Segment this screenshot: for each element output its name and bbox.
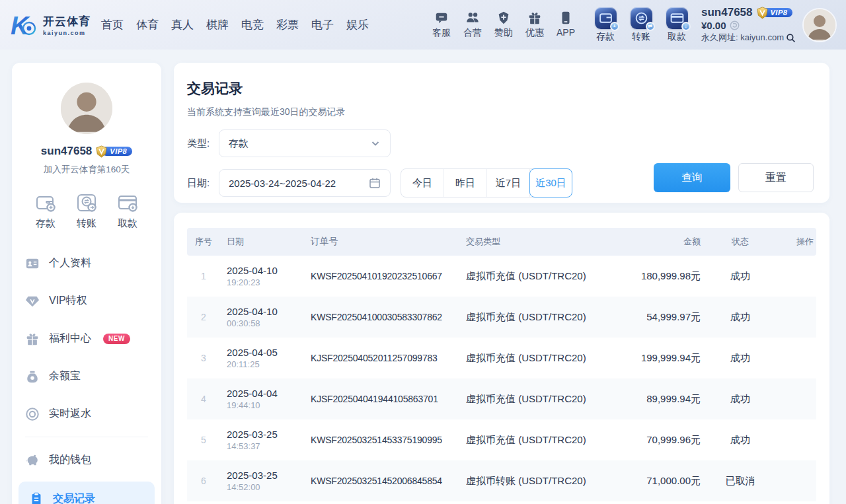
avatar[interactable]: [802, 8, 837, 42]
date-range-input[interactable]: 2025-03-24~2025-04-22: [219, 169, 391, 197]
withdraw-icon: [116, 192, 139, 214]
sidebar-transfer-button[interactable]: 转账: [75, 192, 98, 230]
cell-amount: 180,999.98元: [631, 270, 701, 283]
vip-badge[interactable]: VIP8: [756, 7, 793, 19]
nav-sports[interactable]: 体育: [136, 17, 159, 32]
brand-domain: kaiyun.com: [43, 30, 91, 36]
cell-date-time: 20:11:25: [227, 359, 309, 369]
vip-shield-icon: [756, 7, 769, 19]
sidebar-item-label: 交易记录: [53, 492, 95, 504]
profile-username: sun47658: [41, 145, 93, 158]
support-button[interactable]: 客服: [426, 11, 457, 39]
cell-date: 2025-04-04 19:44:10: [220, 388, 309, 410]
nav-esports[interactable]: 电竞: [241, 17, 264, 32]
sidebar-transfer-label: 转账: [77, 217, 96, 230]
sidebar-withdraw-label: 取款: [118, 217, 137, 230]
cell-date-day: 2025-04-10: [227, 265, 309, 276]
nav-slots[interactable]: 电子: [311, 17, 334, 32]
range-7days-button[interactable]: 近7日: [487, 169, 530, 197]
search-button[interactable]: 查询: [654, 163, 730, 192]
gift-icon: [25, 332, 40, 346]
brand-logo[interactable]: K 开云体育 kaiyun.com: [9, 11, 91, 40]
vip-shield-icon: [95, 145, 108, 158]
cell-date-day: 2025-03-25: [227, 429, 309, 440]
header-action: 操作: [780, 236, 816, 248]
new-badge: NEW: [103, 334, 130, 344]
table-header-row: 序号 日期 订单号 交易类型 金额 状态 操作: [187, 228, 816, 256]
sidebar-item-vip[interactable]: VIP特权: [25, 282, 148, 320]
chevron-down-icon: [370, 138, 381, 149]
sidebar-deposit-button[interactable]: 存款: [34, 192, 57, 230]
range-yesterday-button[interactable]: 昨日: [444, 169, 487, 197]
profile-avatar-photo: [61, 83, 112, 134]
profile-avatar[interactable]: [61, 83, 112, 134]
sidebar-item-wallet[interactable]: 我的钱包: [25, 441, 148, 479]
withdraw-icon: [670, 11, 684, 25]
cell-order-no: KWSF202504101920232510667: [309, 271, 466, 281]
cell-seq: 6: [187, 476, 220, 486]
header-order-no: 订单号: [309, 236, 466, 248]
cell-amount: 71,000.00元: [631, 475, 701, 487]
topbar-icon-group: 客服 合营 赞助: [426, 11, 581, 39]
support-label: 客服: [432, 27, 451, 39]
nav-entertainment[interactable]: 娱乐: [346, 17, 369, 32]
cell-date-time: 19:20:23: [227, 277, 309, 287]
table-row: 3 2025-04-05 20:11:25 KJSF20250405201125…: [187, 338, 816, 378]
search-icon[interactable]: [786, 33, 796, 43]
range-today-button[interactable]: 今日: [401, 169, 444, 197]
transfer-icon: [634, 11, 648, 25]
sidebar-withdraw-button[interactable]: 取款: [116, 192, 139, 230]
nav-chess[interactable]: 棋牌: [206, 17, 229, 32]
cell-seq: 5: [187, 435, 220, 445]
withdraw-badge-icon: ↓: [681, 22, 691, 31]
cell-date: 2025-03-25 14:53:37: [220, 429, 309, 451]
sidebar-item-welfare[interactable]: 福利中心 NEW: [25, 320, 148, 357]
cell-type: 虚拟币充值 (USDT/TRC20): [466, 434, 631, 447]
cell-type: 虚拟币充值 (USDT/TRC20): [466, 311, 631, 324]
sidebar-divider: [25, 437, 148, 437]
partnership-button[interactable]: 合营: [457, 11, 488, 39]
range-30days-button[interactable]: 近30日: [529, 168, 572, 198]
cell-seq: 4: [187, 394, 220, 404]
table-row: 2 2025-04-10 00:30:58 KWSF20250410003058…: [187, 297, 816, 338]
deposit-button[interactable]: + 存款: [590, 7, 621, 43]
date-range-value: 2025-03-24~2025-04-22: [229, 178, 336, 189]
cell-status: 已取消: [701, 475, 780, 487]
piggy-bank-icon: [25, 453, 40, 468]
username: sun47658: [701, 6, 753, 19]
reset-button[interactable]: 重置: [738, 163, 814, 192]
sidebar-item-yuebao[interactable]: 余额宝: [25, 357, 148, 395]
transfer-button[interactable]: ⇄ 转账: [626, 7, 656, 43]
sponsor-button[interactable]: 赞助: [488, 11, 519, 39]
sidebar-quick-actions: 存款 转账 取款: [12, 192, 161, 230]
nav-home[interactable]: 首页: [101, 17, 124, 32]
sidebar-item-profile[interactable]: 个人资料: [25, 244, 148, 282]
sidebar-item-label: 我的钱包: [49, 453, 91, 467]
money-bag-icon: [25, 369, 40, 384]
type-select[interactable]: 存款: [219, 129, 391, 157]
sidebar-item-label: VIP特权: [49, 294, 87, 308]
type-select-value: 存款: [229, 137, 249, 150]
sidebar-item-rebate[interactable]: 实时返水: [25, 395, 148, 433]
nav-lottery[interactable]: 彩票: [276, 17, 299, 32]
sponsor-icon: [496, 11, 511, 25]
promo-label: 优惠: [525, 27, 544, 39]
date-label: 日期:: [187, 177, 219, 190]
transactions-table-panel: 序号 日期 订单号 交易类型 金额 状态 操作 1 2025-04-10 19:…: [174, 213, 829, 504]
refresh-balance-icon[interactable]: [730, 20, 740, 30]
header-status: 状态: [701, 236, 780, 248]
user-info: sun47658 VIP8 ¥0.00: [701, 6, 796, 44]
header-date: 日期: [220, 236, 309, 248]
table-row: 6 2025-03-25 14:52:00 KWSF20250325145200…: [187, 460, 816, 501]
sidebar-item-transactions[interactable]: 交易记录: [19, 482, 155, 504]
table-row: 4 2025-04-04 19:44:10 KJSF20250404194410…: [187, 378, 816, 419]
transfer-icon: [75, 192, 98, 214]
partnership-icon: [465, 11, 480, 25]
nav-live[interactable]: 真人: [171, 17, 194, 32]
withdraw-button[interactable]: ↓ 取款: [662, 7, 692, 43]
app-button[interactable]: APP: [551, 11, 581, 39]
cell-date-day: 2025-04-04: [227, 388, 309, 399]
profile-vip-badge[interactable]: VIP8: [95, 145, 132, 158]
cell-amount: 54,999.97元: [631, 311, 701, 324]
promo-button[interactable]: 优惠: [519, 11, 550, 39]
